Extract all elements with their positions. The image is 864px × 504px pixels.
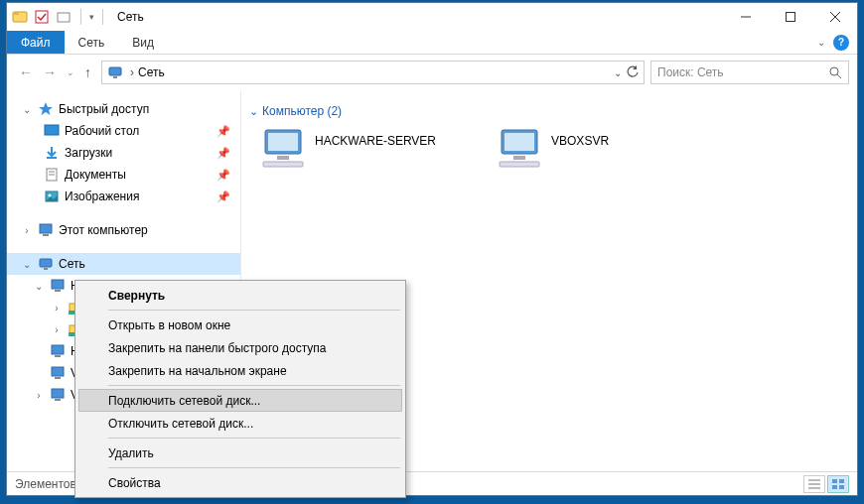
address-dropdown-icon[interactable]: ⌄	[614, 67, 622, 78]
tree-quick-access[interactable]: ⌄ Быстрый доступ	[7, 98, 240, 120]
menu-map-network-drive[interactable]: Подключить сетевой диск...	[78, 389, 402, 412]
chevron-right-icon[interactable]: ›	[33, 390, 45, 401]
context-menu: Свернуть Открыть в новом окне Закрепить …	[74, 280, 406, 498]
computer-name: HACKWARE-SERVER	[315, 128, 436, 148]
menu-open-new-window[interactable]: Открыть в новом окне	[78, 314, 402, 336]
pin-icon: 📌	[216, 169, 230, 182]
svg-rect-33	[52, 389, 64, 398]
forward-button[interactable]: →	[43, 64, 57, 80]
tree-label: Документы	[65, 168, 126, 182]
svg-rect-30	[55, 355, 61, 357]
refresh-button[interactable]	[626, 65, 640, 79]
properties-qat-icon[interactable]	[33, 8, 51, 26]
menu-collapse[interactable]: Свернуть	[78, 284, 402, 307]
svg-rect-21	[40, 259, 52, 267]
maximize-button[interactable]	[768, 3, 812, 31]
svg-rect-34	[55, 399, 61, 401]
search-input[interactable]: Поиск: Сеть	[650, 61, 849, 84]
tree-this-pc[interactable]: › Этот компьютер	[7, 219, 240, 241]
menu-disconnect-drive[interactable]: Отключить сетевой диск...	[78, 412, 402, 435]
tree-pictures[interactable]: Изображения 📌	[7, 186, 240, 207]
tree-documents[interactable]: Документы 📌	[7, 164, 240, 186]
menu-separator	[108, 467, 400, 468]
ribbon-tab-file[interactable]: Файл	[7, 31, 65, 54]
help-icon[interactable]: ?	[833, 35, 849, 51]
navigation-bar: ← → ⌄ ↑ › Сеть ⌄ Поиск: Сеть	[7, 55, 857, 90]
view-switcher	[803, 475, 849, 493]
menu-separator	[108, 310, 400, 311]
star-icon	[37, 100, 55, 118]
menu-pin-start[interactable]: Закрепить на начальном экране	[78, 359, 402, 382]
chevron-right-icon[interactable]: ›	[21, 225, 33, 236]
svg-point-10	[830, 67, 838, 75]
tree-label: Рабочий стол	[65, 124, 139, 138]
qat-separator-2	[102, 9, 103, 25]
svg-line-11	[837, 74, 841, 78]
network-icon	[106, 63, 124, 81]
new-folder-qat-icon[interactable]	[55, 8, 72, 26]
ribbon-tabs: Файл Сеть Вид ⌄ ?	[7, 31, 857, 55]
computer-icon	[37, 221, 55, 239]
nav-arrows: ← → ⌄ ↑	[15, 64, 95, 80]
computer-icon	[49, 386, 67, 404]
ribbon-tab-network[interactable]: Сеть	[65, 31, 119, 54]
chevron-down-icon[interactable]: ⌄	[33, 281, 45, 292]
view-details-button[interactable]	[803, 475, 825, 493]
computer-item[interactable]: HACKWARE-SERVER	[259, 128, 436, 170]
svg-rect-9	[113, 76, 117, 78]
tree-label: Загрузки	[65, 146, 112, 160]
menu-delete[interactable]: Удалить	[78, 441, 402, 464]
menu-pin-quick-access[interactable]: Закрепить на панели быстрого доступа	[78, 336, 402, 359]
svg-rect-40	[504, 133, 534, 151]
menu-separator	[108, 438, 400, 439]
svg-rect-1	[13, 12, 19, 15]
svg-rect-37	[277, 156, 289, 160]
svg-rect-3	[58, 13, 70, 22]
address-bar[interactable]: › Сеть ⌄	[101, 61, 645, 84]
tree-label: Быстрый доступ	[59, 102, 149, 116]
chevron-right-icon[interactable]: ›	[51, 303, 63, 314]
ribbon-expand-icon[interactable]: ⌄	[817, 37, 825, 48]
qat-separator	[80, 9, 81, 25]
chevron-right-icon[interactable]: ›	[51, 324, 63, 335]
menu-properties[interactable]: Свойства	[78, 471, 402, 494]
svg-rect-5	[786, 13, 794, 22]
address-path[interactable]: Сеть	[138, 65, 165, 79]
svg-rect-19	[40, 224, 52, 233]
group-header-computer[interactable]: ⌄ Компьютер (2)	[247, 100, 851, 128]
network-icon	[37, 255, 55, 273]
recent-dropdown-icon[interactable]: ⌄	[67, 67, 74, 77]
tree-label: Сеть	[59, 257, 85, 271]
svg-rect-32	[55, 377, 61, 379]
ribbon-tab-view[interactable]: Вид	[118, 31, 168, 54]
chevron-down-icon[interactable]: ⌄	[21, 104, 33, 115]
tree-network[interactable]: ⌄ Сеть	[7, 253, 240, 275]
svg-rect-22	[44, 268, 48, 270]
tree-label: Этот компьютер	[59, 223, 148, 237]
pin-icon: 📌	[216, 190, 230, 203]
svg-rect-38	[263, 162, 303, 167]
computer-item[interactable]: VBOXSVR	[496, 128, 609, 170]
tree-desktop[interactable]: Рабочий стол 📌	[7, 120, 240, 142]
computer-icon	[49, 364, 67, 382]
svg-rect-41	[513, 156, 525, 160]
documents-icon	[43, 166, 61, 184]
up-button[interactable]: ↑	[84, 64, 91, 80]
minimize-button[interactable]	[723, 3, 768, 31]
computer-name: VBOXSVR	[551, 128, 609, 148]
svg-rect-49	[839, 485, 844, 489]
view-icons-button[interactable]	[827, 475, 849, 493]
close-button[interactable]	[812, 3, 857, 31]
titlebar: ▾ Сеть	[7, 3, 857, 31]
chevron-down-icon[interactable]: ⌄	[249, 105, 258, 118]
address-chevron[interactable]: ›	[130, 65, 134, 79]
svg-rect-42	[500, 162, 539, 167]
svg-rect-36	[268, 133, 298, 151]
tree-downloads[interactable]: Загрузки 📌	[7, 142, 240, 164]
svg-rect-29	[52, 345, 64, 354]
window-controls	[723, 3, 857, 31]
back-button[interactable]: ←	[19, 64, 33, 80]
explorer-icon	[11, 8, 29, 26]
chevron-down-icon[interactable]: ⌄	[21, 259, 33, 270]
qat-dropdown-icon[interactable]: ▾	[89, 12, 94, 22]
